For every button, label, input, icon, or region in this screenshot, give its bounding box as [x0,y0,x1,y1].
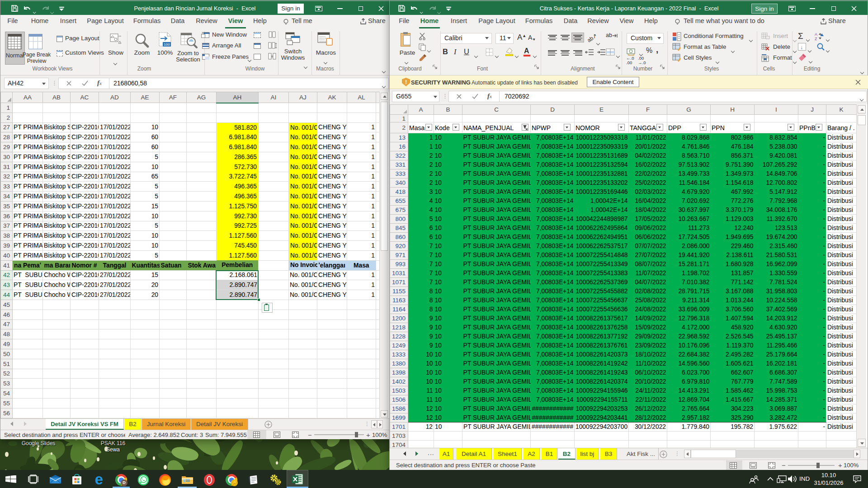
svg-text:A: A [815,32,817,37]
svg-text:Z: Z [815,37,817,41]
svg-text:100: 100 [164,42,170,47]
